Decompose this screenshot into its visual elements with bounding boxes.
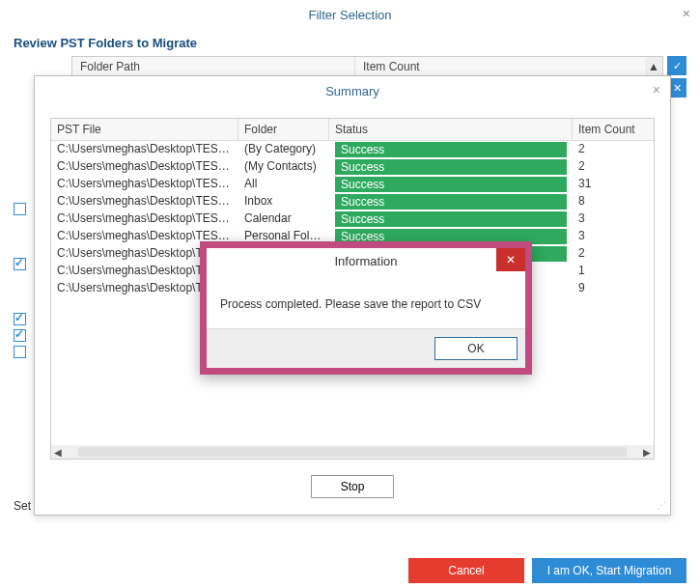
start-migration-button[interactable]: I am OK, Start Migration: [532, 558, 686, 583]
checkbox-2[interactable]: [14, 258, 26, 270]
set-label: Set: [14, 499, 31, 513]
scroll-right-icon[interactable]: ▶: [640, 447, 654, 458]
information-message: Process completed. Please save the repor…: [207, 274, 525, 328]
checkbox-4[interactable]: [14, 329, 26, 342]
horizontal-scrollbar[interactable]: ◀ ▶: [51, 445, 654, 459]
status-badge: Success: [335, 194, 567, 210]
cell-count: 2: [573, 158, 654, 176]
scroll-left-icon[interactable]: ◀: [51, 447, 65, 458]
col-folder[interactable]: Folder: [238, 119, 329, 140]
cell-count: 8: [573, 193, 654, 210]
status-badge: Success: [335, 159, 567, 175]
information-dialog: Information ✕ Process completed. Please …: [200, 241, 532, 375]
table-row[interactable]: C:\Users\meghas\Desktop\TESTPST ….AllSuc…: [51, 176, 654, 193]
cell-pst: C:\Users\meghas\Desktop\TESTPST ….: [51, 176, 238, 193]
col-folder-path[interactable]: Folder Path: [72, 57, 355, 76]
cell-folder: (By Category): [238, 141, 329, 158]
cell-count: 1: [573, 263, 654, 280]
close-icon[interactable]: ×: [653, 82, 660, 98]
summary-grid-header: PST File Folder Status Item Count: [51, 119, 654, 141]
col-pst-file[interactable]: PST File: [51, 119, 238, 140]
col-item-count[interactable]: Item Count: [573, 119, 654, 140]
close-icon[interactable]: ×: [683, 6, 690, 21]
cell-count: 31: [573, 176, 654, 193]
cell-count: 3: [573, 210, 654, 228]
close-icon[interactable]: ✕: [496, 248, 525, 271]
select-all-button[interactable]: ✓: [667, 56, 686, 75]
scroll-up-icon[interactable]: ▲: [645, 57, 662, 76]
title-text: Filter Selection: [309, 8, 392, 22]
summary-footer: Stop: [35, 467, 670, 498]
table-row[interactable]: C:\Users\meghas\Desktop\TESTPST ….(My Co…: [51, 158, 654, 176]
cell-folder: Inbox: [238, 193, 329, 210]
cell-status: Success: [329, 210, 573, 228]
cell-count: 2: [573, 245, 654, 263]
information-footer: OK: [207, 328, 525, 368]
table-row[interactable]: C:\Users\meghas\Desktop\TESTPST ….InboxS…: [51, 193, 654, 210]
stop-button[interactable]: Stop: [311, 475, 394, 498]
status-badge: Success: [335, 177, 567, 192]
resize-grip-icon[interactable]: ⋰: [657, 500, 664, 511]
status-badge: Success: [335, 211, 567, 227]
information-title: Information ✕: [207, 248, 525, 274]
review-title: Review PST Folders to Migrate: [0, 32, 700, 56]
cancel-button[interactable]: Cancel: [408, 558, 524, 583]
checkbox-1[interactable]: [14, 203, 26, 215]
cell-status: Success: [329, 141, 573, 158]
summary-title: Summary ×: [35, 76, 670, 106]
cell-folder: Calendar: [238, 210, 329, 228]
cell-pst: C:\Users\meghas\Desktop\TESTPST ….: [51, 210, 238, 228]
cell-folder: (My Contacts): [238, 158, 329, 176]
table-row[interactable]: C:\Users\meghas\Desktop\TESTPST ….Calend…: [51, 210, 654, 228]
cell-status: Success: [329, 158, 573, 176]
left-checkboxes: [14, 203, 26, 358]
checkbox-5[interactable]: [14, 346, 26, 358]
bottom-bar: Cancel I am OK, Start Migration: [0, 553, 700, 588]
cell-pst: C:\Users\meghas\Desktop\TESTPST ….: [51, 141, 238, 158]
col-status[interactable]: Status: [329, 119, 573, 140]
review-grid-header: Folder Path Item Count ▲: [71, 56, 663, 77]
cell-status: Success: [329, 176, 573, 193]
information-title-text: Information: [334, 254, 397, 268]
cell-pst: C:\Users\meghas\Desktop\TESTPST ….: [51, 193, 238, 210]
cell-count: 2: [573, 141, 654, 158]
cell-count: 3: [573, 228, 654, 245]
scroll-track[interactable]: [78, 447, 627, 457]
filter-selection-title: Filter Selection ×: [0, 0, 700, 32]
cell-folder: All: [238, 176, 329, 193]
status-badge: Success: [335, 142, 567, 157]
ok-button[interactable]: OK: [434, 337, 518, 360]
summary-title-text: Summary: [325, 84, 379, 98]
col-item-count[interactable]: Item Count: [355, 57, 645, 76]
cell-status: Success: [329, 193, 573, 210]
checkbox-3[interactable]: [14, 313, 26, 325]
cell-count: 9: [573, 280, 654, 297]
table-row[interactable]: C:\Users\meghas\Desktop\TESTPST ….(By Ca…: [51, 141, 654, 158]
cell-pst: C:\Users\meghas\Desktop\TESTPST ….: [51, 158, 238, 176]
